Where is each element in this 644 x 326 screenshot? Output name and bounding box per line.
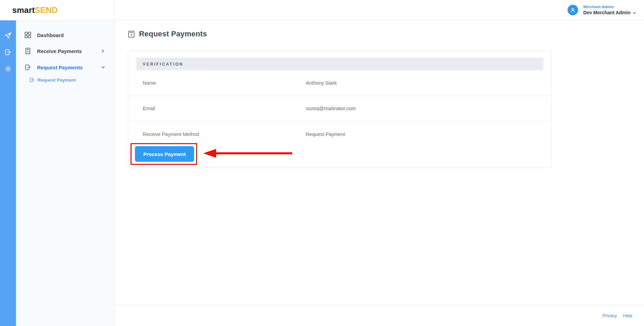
send-icon[interactable] bbox=[4, 32, 12, 39]
section-header: VERIFICATION bbox=[136, 58, 543, 70]
svg-text:$: $ bbox=[27, 50, 29, 53]
help-link[interactable]: Help bbox=[623, 313, 632, 318]
field-row-email: Email sozoq@mailinator.com bbox=[128, 96, 552, 121]
user-name-label: Dev Merchant Admin bbox=[583, 10, 630, 16]
process-payment-button[interactable]: Process Payment bbox=[135, 146, 194, 162]
sidebar-nav: Dashboard $ Receive Payments Request Pay… bbox=[16, 20, 115, 326]
sidebar-item-request-payments[interactable]: Request Payments bbox=[16, 61, 115, 74]
chevron-down-icon[interactable] bbox=[632, 11, 637, 15]
sidebar-subitem-request-payment[interactable]: Request Payment bbox=[16, 75, 115, 85]
gear-icon[interactable] bbox=[4, 65, 12, 72]
box-arrow-right-icon bbox=[29, 77, 35, 83]
person-icon bbox=[570, 7, 576, 13]
dashboard-grid-icon bbox=[24, 32, 31, 38]
field-label: Email bbox=[143, 106, 306, 111]
box-arrow-right-icon bbox=[24, 64, 31, 71]
avatar[interactable] bbox=[568, 5, 578, 15]
receipt-dollar-icon: $ bbox=[128, 31, 135, 38]
logo-part-send: SEND bbox=[35, 5, 57, 15]
top-bar: smartSEND Merchant Admin Dev Merchant Ad… bbox=[0, 0, 644, 20]
user-role-label: Merchant Admin bbox=[583, 4, 637, 9]
chevron-down-icon bbox=[101, 65, 105, 69]
footer-links: Privacy Help bbox=[603, 313, 632, 318]
svg-text:$: $ bbox=[130, 33, 132, 36]
page-title: Request Payments bbox=[139, 30, 207, 38]
main-content: $ Request Payments VERIFICATION Name Ant… bbox=[115, 20, 644, 326]
sidebar-subitem-label: Request Payment bbox=[37, 78, 76, 83]
chevron-right-icon bbox=[101, 49, 105, 53]
app-logo[interactable]: smartSEND bbox=[12, 5, 58, 15]
field-label: Receive Payment Method bbox=[143, 132, 306, 137]
field-row-receive-payment-method: Receive Payment Method Request Payment bbox=[128, 121, 552, 147]
field-row-name: Name Anthony Stark bbox=[128, 70, 552, 96]
field-value: sozoq@mailinator.com bbox=[306, 106, 356, 111]
privacy-link[interactable]: Privacy bbox=[603, 313, 617, 318]
verification-card: VERIFICATION Name Anthony Stark Email so… bbox=[128, 51, 552, 168]
user-texts: Merchant Admin Dev Merchant Admin bbox=[583, 4, 637, 16]
sidebar-item-label: Dashboard bbox=[37, 32, 64, 38]
field-label: Name bbox=[143, 80, 306, 86]
field-value: Request Payment bbox=[306, 132, 345, 137]
section-title: VERIFICATION bbox=[143, 62, 184, 67]
footer-divider bbox=[115, 305, 644, 305]
page-header: $ Request Payments bbox=[128, 30, 207, 38]
logo-block: smartSEND bbox=[0, 0, 115, 20]
user-menu[interactable]: Merchant Admin Dev Merchant Admin bbox=[568, 0, 637, 20]
sidebar-item-label: Receive Payments bbox=[37, 48, 82, 54]
field-value: Anthony Stark bbox=[306, 80, 337, 86]
sidebar-item-label: Request Payments bbox=[37, 65, 83, 70]
box-arrow-icon[interactable] bbox=[4, 49, 12, 56]
receipt-dollar-icon: $ bbox=[24, 48, 31, 54]
logo-part-smart: smart bbox=[12, 5, 35, 15]
sidebar-item-dashboard[interactable]: Dashboard bbox=[16, 29, 115, 41]
sidebar-item-receive-payments[interactable]: $ Receive Payments bbox=[16, 45, 115, 57]
icon-rail bbox=[0, 20, 16, 326]
